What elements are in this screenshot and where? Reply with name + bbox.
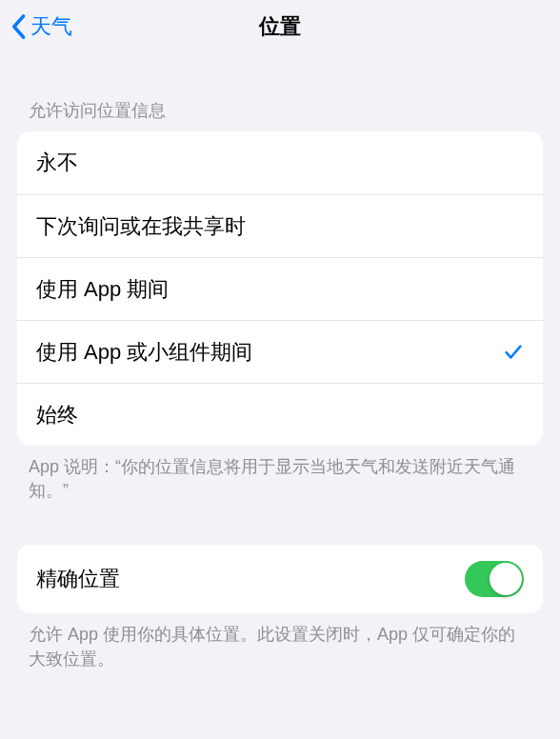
option-while-using-app[interactable]: 使用 App 期间: [17, 257, 543, 320]
checkmark-icon: [503, 342, 524, 363]
precise-location-label: 精确位置: [36, 565, 465, 593]
option-label: 始终: [36, 401, 524, 429]
section-header-access: 允许访问位置信息: [0, 53, 560, 131]
toggle-knob: [490, 563, 522, 595]
precise-location-row[interactable]: 精确位置: [17, 545, 543, 613]
back-button[interactable]: 天气: [10, 12, 72, 41]
navigation-bar: 天气 位置: [0, 0, 560, 53]
option-label: 下次询问或在我共享时: [36, 212, 524, 241]
option-label: 使用 App 或小组件期间: [36, 338, 503, 367]
option-never[interactable]: 永不: [17, 131, 543, 194]
location-access-group: 永不 下次询问或在我共享时 使用 App 期间 使用 App 或小组件期间 始终: [17, 131, 543, 446]
option-while-using-app-or-widgets[interactable]: 使用 App 或小组件期间: [17, 320, 543, 383]
precise-location-toggle[interactable]: [465, 561, 524, 597]
option-ask-next-time[interactable]: 下次询问或在我共享时: [17, 194, 543, 257]
chevron-left-icon: [10, 13, 27, 40]
section-spacer: [0, 503, 560, 545]
page-title: 位置: [259, 12, 301, 41]
option-always[interactable]: 始终: [17, 383, 543, 446]
option-label: 使用 App 期间: [36, 275, 524, 304]
section-footer-precise: 允许 App 使用你的具体位置。此设置关闭时，App 仅可确定你的大致位置。: [0, 613, 560, 670]
option-label: 永不: [36, 149, 524, 177]
precise-location-group: 精确位置: [17, 545, 543, 613]
section-footer-access: App 说明：“你的位置信息将用于显示当地天气和发送附近天气通知。”: [0, 446, 560, 503]
back-label: 天气: [30, 12, 72, 41]
